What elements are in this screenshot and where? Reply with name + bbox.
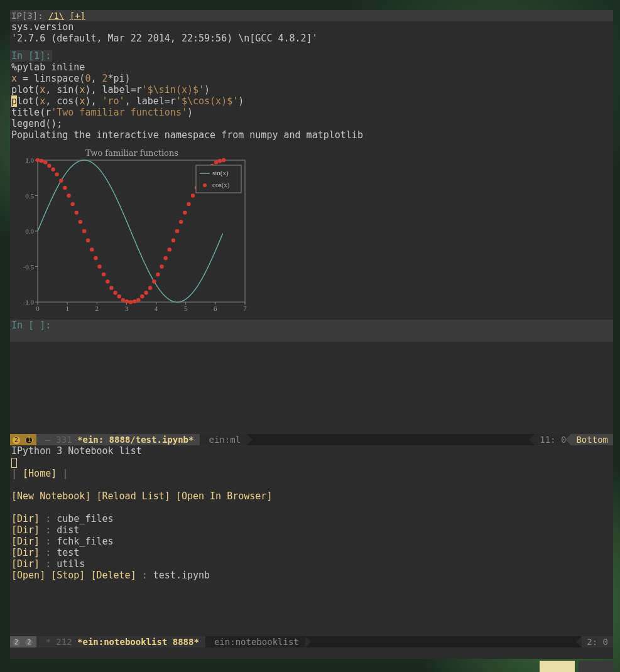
code-line[interactable]: plot(x, sin(x), label=r'$\sin(x)$') bbox=[10, 84, 613, 95]
ml-badges: 2 1 bbox=[10, 434, 36, 445]
minibuffer[interactable] bbox=[10, 648, 613, 659]
dir-link[interactable]: [Dir] bbox=[11, 513, 40, 524]
svg-text:-0.5: -0.5 bbox=[23, 263, 35, 271]
ml-position: 2: 0 bbox=[582, 636, 613, 648]
nb-breadcrumb: | [Home] | bbox=[11, 468, 612, 479]
svg-text:1: 1 bbox=[65, 305, 69, 312]
svg-point-29 bbox=[43, 160, 47, 164]
cell-1-output: sys.version '2.7.6 (default, Mar 22 2014… bbox=[10, 21, 613, 46]
worksheet-tab-bar: IP[3]: /1\ [+] bbox=[10, 10, 613, 21]
notebook-list-buffer[interactable]: IPython 3 Notebook list | [Home] | [New … bbox=[10, 445, 613, 636]
svg-point-39 bbox=[82, 229, 86, 233]
notebook-buffer[interactable]: IP[3]: /1\ [+] sys.version '2.7.6 (defau… bbox=[10, 10, 613, 434]
dir-link[interactable]: [Dir] bbox=[11, 558, 40, 570]
open-browser-button[interactable]: [Open In Browser] bbox=[176, 490, 273, 502]
ml-file: — 331 *ein: 8888/test.ipynb* bbox=[36, 434, 200, 445]
svg-point-30 bbox=[47, 164, 51, 168]
tab-label: IP[3]: bbox=[11, 11, 43, 21]
nb-list-title: IPython 3 Notebook list bbox=[11, 445, 612, 457]
cell-2[interactable]: In [1]: %pylab inline x = linspace(0, 2*… bbox=[10, 50, 613, 313]
dir-link[interactable]: [Dir] bbox=[11, 536, 40, 547]
svg-point-65 bbox=[183, 210, 187, 214]
svg-text:6: 6 bbox=[214, 305, 217, 312]
code-line[interactable]: %pylab inline bbox=[10, 62, 613, 73]
svg-text:cos(x): cos(x) bbox=[212, 181, 230, 189]
svg-text:5: 5 bbox=[184, 305, 188, 312]
file-name: test.ipynb bbox=[153, 570, 210, 581]
svg-point-45 bbox=[106, 279, 109, 283]
svg-point-52 bbox=[133, 300, 136, 303]
nb-actions: [New Notebook] [Reload List] [Open In Br… bbox=[11, 490, 612, 502]
svg-point-58 bbox=[156, 273, 160, 276]
svg-point-57 bbox=[152, 279, 156, 283]
svg-point-48 bbox=[117, 295, 121, 298]
in-prompt: In [1]: bbox=[10, 50, 52, 62]
svg-point-53 bbox=[136, 298, 140, 301]
svg-point-79 bbox=[203, 183, 207, 187]
reload-list-button[interactable]: [Reload List] bbox=[96, 490, 170, 502]
chart-svg: 01234567-1.0-0.50.00.51.0sin(x)cos(x) bbox=[13, 158, 251, 313]
open-button[interactable]: [Open] bbox=[11, 570, 45, 581]
emacs-window: IP[3]: /1\ [+] sys.version '2.7.6 (defau… bbox=[10, 10, 613, 659]
dir-link[interactable]: [Dir] bbox=[11, 547, 40, 558]
home-link[interactable]: [Home] bbox=[23, 468, 57, 479]
svg-point-66 bbox=[187, 202, 190, 206]
svg-point-75 bbox=[222, 158, 226, 162]
svg-point-47 bbox=[113, 291, 117, 295]
output-text: '2.7.6 (default, Mar 22 2014, 22:59:56) … bbox=[10, 33, 613, 44]
code-line[interactable]: title(r'Two familiar functions') bbox=[10, 107, 613, 118]
cell-3-empty[interactable]: In [ ]: bbox=[10, 320, 613, 342]
svg-text:3: 3 bbox=[125, 305, 129, 312]
text-cursor bbox=[11, 458, 17, 468]
svg-point-33 bbox=[59, 179, 63, 183]
svg-point-63 bbox=[175, 229, 179, 233]
dir-name: cube_files bbox=[57, 513, 113, 524]
output-text: Populating the interactive namespace fro… bbox=[10, 129, 613, 141]
svg-text:-1.0: -1.0 bbox=[23, 298, 35, 306]
svg-text:1.0: 1.0 bbox=[25, 158, 34, 164]
svg-point-43 bbox=[97, 264, 101, 268]
svg-point-61 bbox=[168, 247, 171, 251]
svg-text:7: 7 bbox=[243, 305, 247, 312]
svg-point-46 bbox=[109, 286, 113, 290]
buffer-name: *ein:notebooklist 8888* bbox=[77, 637, 199, 647]
svg-point-32 bbox=[55, 172, 58, 176]
nb-dir-row: [Dir] : fchk_files bbox=[11, 536, 612, 547]
code-line[interactable]: x = linspace(0, 2*pi) bbox=[10, 73, 613, 84]
svg-point-56 bbox=[148, 286, 152, 290]
plot-output: Two familiar functions 01234567-1.0-0.50… bbox=[13, 147, 251, 313]
svg-point-40 bbox=[86, 238, 90, 242]
tab-add[interactable]: [+] bbox=[70, 11, 85, 21]
svg-text:0.5: 0.5 bbox=[25, 192, 34, 200]
svg-text:2: 2 bbox=[95, 305, 99, 312]
dir-name: fchk_files bbox=[57, 536, 113, 547]
nb-file-row: [Open] [Stop] [Delete] : test.ipynb bbox=[11, 570, 612, 581]
new-notebook-button[interactable]: [New Notebook] bbox=[11, 490, 90, 502]
ml-mode: ein:notebooklist bbox=[205, 636, 305, 648]
svg-text:0: 0 bbox=[36, 305, 40, 312]
modeline-top: 2 1 — 331 *ein: 8888/test.ipynb* ein:ml … bbox=[10, 434, 613, 445]
dir-link[interactable]: [Dir] bbox=[11, 524, 40, 536]
text-cursor: p bbox=[11, 95, 17, 107]
code-line[interactable]: legend(); bbox=[10, 118, 613, 129]
tab-active[interactable]: /1\ bbox=[48, 11, 64, 21]
svg-point-49 bbox=[121, 298, 125, 301]
code-line[interactable]: sys.version bbox=[10, 21, 613, 33]
svg-point-27 bbox=[36, 158, 40, 162]
nb-dir-row: [Dir] : utils bbox=[11, 558, 612, 570]
delete-button[interactable]: [Delete] bbox=[90, 570, 136, 581]
nb-dir-row: [Dir] : cube_files bbox=[11, 513, 612, 524]
svg-point-35 bbox=[67, 193, 70, 197]
stop-button[interactable]: [Stop] bbox=[51, 570, 85, 581]
code-line[interactable]: plot(x, cos(x), 'ro', label=r'$\cos(x)$'… bbox=[10, 95, 613, 107]
svg-point-64 bbox=[179, 220, 183, 224]
taskbar-stub bbox=[540, 661, 614, 672]
svg-point-28 bbox=[40, 159, 43, 163]
svg-text:sin(x): sin(x) bbox=[212, 169, 229, 177]
svg-point-67 bbox=[191, 193, 195, 197]
ml-mode: ein:ml bbox=[200, 434, 247, 445]
svg-text:0.0: 0.0 bbox=[25, 227, 34, 235]
nb-dir-row: [Dir] : dist bbox=[11, 524, 612, 536]
dir-name: test bbox=[57, 547, 79, 558]
svg-point-51 bbox=[129, 300, 133, 304]
